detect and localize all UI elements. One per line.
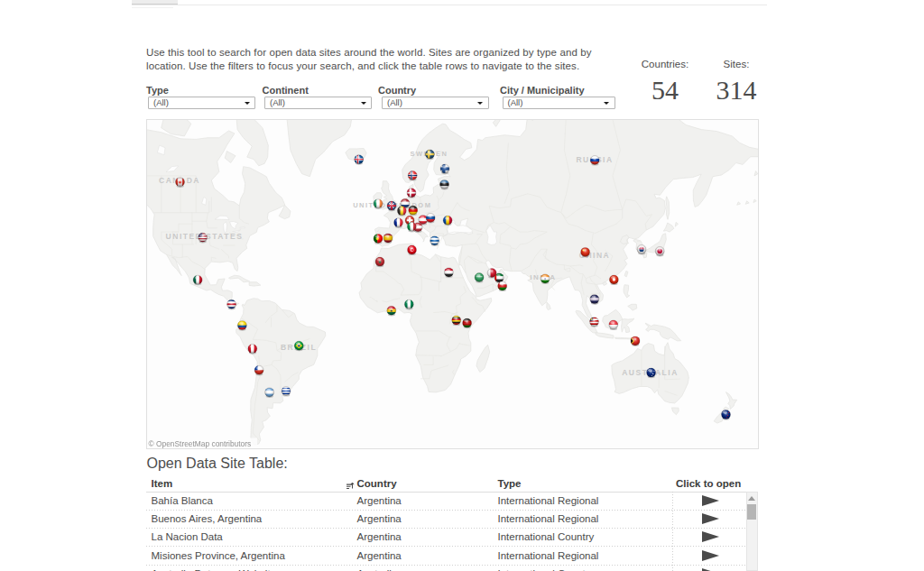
svg-text:© OpenStreetMap contributors: © OpenStreetMap contributors [149, 439, 252, 448]
